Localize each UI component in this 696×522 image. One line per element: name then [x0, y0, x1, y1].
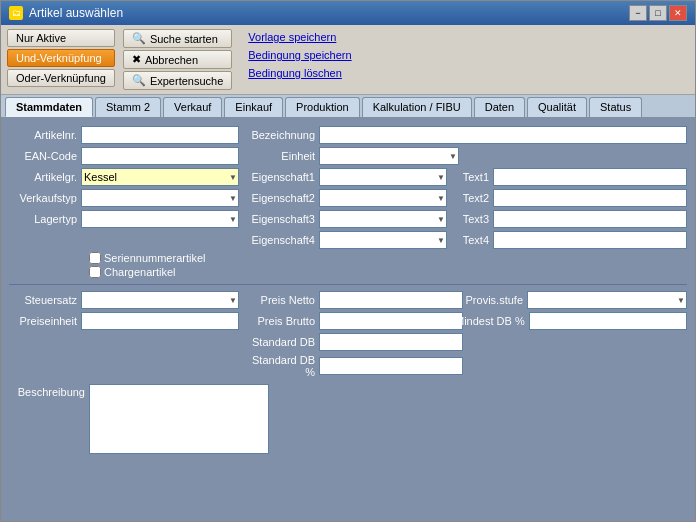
- toolbar-group-actions: 🔍 Suche starten ✖ Abbrechen 🔍 Expertensu…: [123, 29, 232, 90]
- abbrechen-button[interactable]: ✖ Abbrechen: [123, 50, 232, 69]
- einheit-label: Einheit: [247, 150, 315, 162]
- eigenschaft4-label: Eigenschaft4: [247, 234, 315, 246]
- standard-db-label: Standard DB: [247, 336, 315, 348]
- steuersatz-select[interactable]: [81, 291, 239, 309]
- abbrechen-icon: ✖: [132, 53, 141, 66]
- preis-brutto-label: Preis Brutto: [247, 315, 315, 327]
- bezeichnung-input[interactable]: [319, 126, 687, 144]
- ean-label: EAN-Code: [9, 150, 77, 162]
- preis-netto-label: Preis Netto: [247, 294, 315, 306]
- suche-icon: 🔍: [132, 32, 146, 45]
- tab-kalkulation[interactable]: Kalkulation / FIBU: [362, 97, 472, 117]
- close-button[interactable]: ✕: [669, 5, 687, 21]
- chargenartikel-checkbox[interactable]: [89, 266, 101, 278]
- bedingung-loeschen-link[interactable]: Bedingung löschen: [244, 65, 355, 81]
- nur-aktive-button[interactable]: Nur Aktive: [7, 29, 115, 47]
- window-icon: 🗂: [9, 6, 23, 20]
- preiseinheit-input[interactable]: [81, 312, 239, 330]
- eigenschaft4-select[interactable]: [319, 231, 447, 249]
- tab-bar: Stammdaten Stamm 2 Verkauf Einkauf Produ…: [1, 95, 695, 118]
- text1-input[interactable]: [493, 168, 687, 186]
- minimize-button[interactable]: −: [629, 5, 647, 21]
- eigenschaft2-select[interactable]: [319, 189, 447, 207]
- vorlage-speichern-link[interactable]: Vorlage speichern: [244, 29, 355, 45]
- toolbar-group-save: Vorlage speichern Bedingung speichern Be…: [244, 29, 355, 90]
- text3-input[interactable]: [493, 210, 687, 228]
- expertensuche-icon: 🔍: [132, 74, 146, 87]
- einheit-select[interactable]: [319, 147, 459, 165]
- seriennummer-label: Seriennummerartikel: [104, 252, 205, 264]
- text2-input[interactable]: [493, 189, 687, 207]
- lagertyp-select[interactable]: [81, 210, 239, 228]
- text2-label: Text2: [455, 192, 489, 204]
- eigenschaft3-select[interactable]: [319, 210, 447, 228]
- lagertyp-label: Lagertyp: [9, 213, 77, 225]
- text3-label: Text3: [455, 213, 489, 225]
- und-verknuepfung-button[interactable]: Und-Verknüpfung: [7, 49, 115, 67]
- chargenartikel-label: Chargenartikel: [104, 266, 176, 278]
- mindest-db-label: Mindest DB %: [455, 315, 525, 327]
- tab-stammdaten[interactable]: Stammdaten: [5, 97, 93, 117]
- eigenschaft3-label: Eigenschaft3: [247, 213, 315, 225]
- preiseinheit-label: Preiseinheit: [9, 315, 77, 327]
- artikelnr-input[interactable]: [81, 126, 239, 144]
- provis-stufe-label: Provis.stufe: [455, 294, 523, 306]
- suche-starten-button[interactable]: 🔍 Suche starten: [123, 29, 232, 48]
- tab-stamm2[interactable]: Stamm 2: [95, 97, 161, 117]
- eigenschaft2-label: Eigenschaft2: [247, 192, 315, 204]
- seriennummer-checkbox[interactable]: [89, 252, 101, 264]
- tab-status[interactable]: Status: [589, 97, 642, 117]
- steuersatz-label: Steuersatz: [9, 294, 77, 306]
- text1-label: Text1: [455, 171, 489, 183]
- window-title: Artikel auswählen: [29, 6, 123, 20]
- bezeichnung-label: Bezeichnung: [247, 129, 315, 141]
- preis-brutto-input[interactable]: [319, 312, 463, 330]
- oder-verknuepfung-button[interactable]: Oder-Verknüpfung: [7, 69, 115, 87]
- provis-stufe-select[interactable]: [527, 291, 687, 309]
- main-content: Artikelnr. Bezeichnung EAN-Code Einheit …: [1, 118, 695, 521]
- expertensuche-button[interactable]: 🔍 Expertensuche: [123, 71, 232, 90]
- toolbar: Nur Aktive Und-Verknüpfung Oder-Verknüpf…: [1, 25, 695, 95]
- ean-input[interactable]: [81, 147, 239, 165]
- tab-einkauf[interactable]: Einkauf: [224, 97, 283, 117]
- bedingung-speichern-link[interactable]: Bedingung speichern: [244, 47, 355, 63]
- toolbar-group-links: Nur Aktive Und-Verknüpfung Oder-Verknüpf…: [7, 29, 115, 90]
- verkaufstyp-label: Verkaufstyp: [9, 192, 77, 204]
- title-bar-left: 🗂 Artikel auswählen: [9, 6, 123, 20]
- separator: [9, 284, 687, 285]
- tab-qualitaet[interactable]: Qualität: [527, 97, 587, 117]
- tab-daten[interactable]: Daten: [474, 97, 525, 117]
- main-window: 🗂 Artikel auswählen − □ ✕ Nur Aktive Und…: [0, 0, 696, 522]
- standard-db-pct-input[interactable]: [319, 357, 463, 375]
- standard-db-pct-label: Standard DB %: [247, 354, 315, 378]
- tab-verkauf[interactable]: Verkauf: [163, 97, 222, 117]
- beschreibung-label: Beschreibung: [9, 384, 85, 398]
- title-bar: 🗂 Artikel auswählen − □ ✕: [1, 1, 695, 25]
- mindest-db-input[interactable]: [529, 312, 687, 330]
- title-bar-controls: − □ ✕: [629, 5, 687, 21]
- artikelgr-label: Artikelgr.: [9, 171, 77, 183]
- eigenschaft1-select[interactable]: [319, 168, 447, 186]
- text4-label: Text4: [455, 234, 489, 246]
- tab-produktion[interactable]: Produktion: [285, 97, 360, 117]
- artikelnr-label: Artikelnr.: [9, 129, 77, 141]
- preis-netto-input[interactable]: [319, 291, 463, 309]
- standard-db-input[interactable]: [319, 333, 463, 351]
- beschreibung-textarea[interactable]: [89, 384, 269, 454]
- verkaufstyp-select[interactable]: [81, 189, 239, 207]
- artikelgr-select[interactable]: Kessel: [81, 168, 239, 186]
- maximize-button[interactable]: □: [649, 5, 667, 21]
- eigenschaft1-label: Eigenschaft1: [247, 171, 315, 183]
- text4-input[interactable]: [493, 231, 687, 249]
